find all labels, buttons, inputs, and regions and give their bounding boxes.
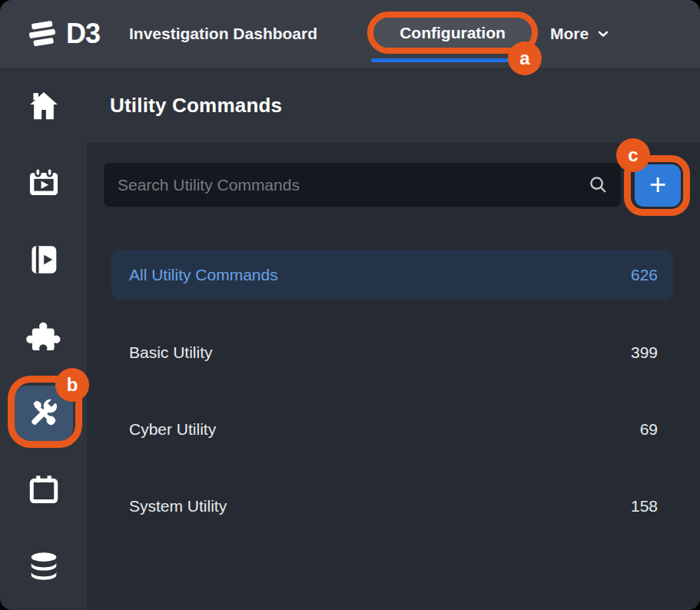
page-title: Utility Commands (110, 94, 282, 118)
content-panel: All Utility Commands 626 Basic Utility 3… (87, 143, 700, 610)
nav-configuration-tab[interactable]: Configuration (367, 12, 538, 54)
utility-commands-selected-tile (15, 386, 73, 441)
sidebar-item-data-management[interactable] (0, 529, 87, 605)
home-icon (26, 88, 61, 124)
utility-commands-icon (27, 396, 61, 430)
list-item-count: 158 (631, 497, 658, 516)
calendar-icon (26, 472, 61, 508)
sidebar-item-integrations[interactable] (0, 298, 87, 375)
app-window: D3 Investigation Dashboard Configuration… (0, 0, 700, 610)
list-item-label: System Utility (129, 497, 227, 516)
sidebar-item-home[interactable] (0, 68, 87, 144)
list-item-label: Basic Utility (129, 343, 213, 362)
search-box (104, 163, 621, 207)
chevron-down-icon (595, 26, 611, 41)
integrations-icon (26, 319, 61, 354)
list-item-system-utility[interactable]: System Utility 158 (111, 481, 673, 531)
playbook-icon (26, 242, 61, 277)
sidebar-item-utility-commands[interactable] (0, 375, 87, 452)
d3-logo[interactable]: D3 (23, 0, 100, 68)
list-item-count: 399 (631, 343, 658, 362)
plus-icon: + (649, 170, 666, 199)
nav-more-menu[interactable]: More (550, 0, 611, 68)
list-item-label: Cyber Utility (129, 420, 216, 439)
sidebar (0, 68, 87, 610)
search-icon (588, 174, 609, 195)
list-item-basic-utility[interactable]: Basic Utility 399 (111, 327, 673, 377)
nav-investigation-dashboard[interactable]: Investigation Dashboard (129, 0, 317, 68)
active-tab-underline (371, 58, 513, 62)
list-item-label: All Utility Commands (129, 266, 278, 284)
d3-logo-icon (23, 18, 61, 49)
list-item-cyber-utility[interactable]: Cyber Utility 69 (111, 404, 673, 454)
d3-logo-text: D3 (66, 20, 100, 48)
sidebar-item-calendar[interactable] (0, 452, 87, 529)
list-item-all-utility-commands[interactable]: All Utility Commands 626 (111, 250, 673, 300)
top-nav-bar: D3 Investigation Dashboard Configuration… (0, 0, 700, 68)
sidebar-item-playbook[interactable] (0, 221, 87, 298)
list-item-count: 69 (640, 420, 658, 439)
add-utility-command-button[interactable]: + (635, 164, 681, 207)
sidebar-item-event-playbook[interactable] (0, 144, 87, 221)
event-playbook-icon (26, 165, 61, 201)
data-management-icon (26, 549, 61, 585)
search-input[interactable] (118, 176, 588, 194)
list-item-count: 626 (631, 266, 658, 284)
